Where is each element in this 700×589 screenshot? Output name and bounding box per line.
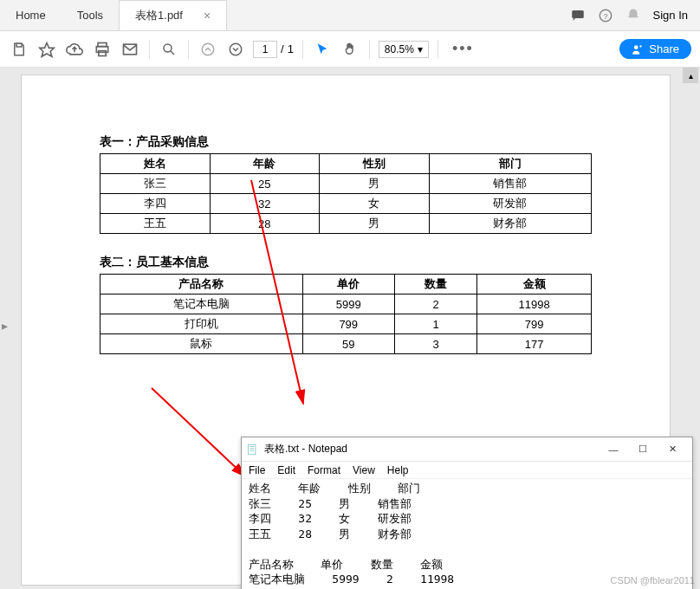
notepad-menubar: File Edit Format View Help <box>242 462 692 479</box>
sign-in-link[interactable]: Sign In <box>653 9 688 22</box>
table2: 产品名称 单价 数量 金额 笔记本电脑5999211998 打印机7991799… <box>100 274 592 354</box>
page-indicator: / 1 <box>253 41 294 58</box>
page-up-icon[interactable] <box>198 39 218 60</box>
comment-icon[interactable] <box>570 8 586 23</box>
watermark: CSDN @fblear2011 <box>611 575 695 586</box>
right-panel-icons: ▴ <box>681 68 700 83</box>
table-row: 打印机7991799 <box>100 314 592 334</box>
notepad-title: 表格.txt - Notepad <box>264 442 347 456</box>
table1-title: 表一：产品采购信息 <box>100 134 592 150</box>
table2-title: 表二：员工基本信息 <box>100 255 592 270</box>
tab-document[interactable]: 表格1.pdf × <box>119 0 227 30</box>
notepad-titlebar[interactable]: 表格.txt - Notepad — ☐ ✕ <box>242 437 692 462</box>
svg-point-9 <box>164 44 172 52</box>
tab-document-label: 表格1.pdf <box>135 8 183 23</box>
table-row: 笔记本电脑5999211998 <box>100 294 592 314</box>
print-icon[interactable] <box>92 39 113 60</box>
svg-point-12 <box>230 43 242 55</box>
search-icon[interactable] <box>159 39 179 60</box>
table-row: 张三25男销售部 <box>100 174 592 194</box>
notepad-textarea[interactable]: 姓名 年龄 性别 部门 张三 25 男 销售部 李四 32 女 研发部 王五 2… <box>242 479 692 589</box>
cloud-upload-icon[interactable] <box>64 39 85 60</box>
svg-rect-0 <box>572 10 584 18</box>
notepad-window: 表格.txt - Notepad — ☐ ✕ File Edit Format … <box>241 437 693 589</box>
page-sep: / <box>281 42 284 55</box>
star-icon[interactable] <box>36 39 57 60</box>
menu-file[interactable]: File <box>249 464 265 476</box>
page-current-input[interactable] <box>253 41 277 58</box>
chevron-down-icon: ▾ <box>418 43 423 55</box>
menu-help[interactable]: Help <box>387 464 409 476</box>
page-down-icon[interactable] <box>225 39 246 60</box>
svg-rect-3 <box>16 43 22 47</box>
share-label: Share <box>649 42 679 55</box>
document-viewport: ▸ ▴ 表一：产品采购信息 姓名 年龄 性别 部门 张三25男销售部 李四32女… <box>0 68 700 589</box>
minimize-icon[interactable]: — <box>599 440 628 459</box>
svg-point-13 <box>634 45 638 49</box>
menu-view[interactable]: View <box>353 464 375 476</box>
zoom-select[interactable]: 80.5% ▾ <box>379 41 429 58</box>
scroll-up-icon[interactable]: ▴ <box>683 68 698 83</box>
close-tab-icon[interactable]: × <box>204 9 211 23</box>
menu-edit[interactable]: Edit <box>277 464 295 476</box>
page-total: 1 <box>288 42 294 55</box>
tab-home[interactable]: Home <box>0 0 62 30</box>
svg-rect-17 <box>249 444 256 455</box>
cursor-icon[interactable] <box>312 39 333 60</box>
help-icon[interactable]: ? <box>598 8 613 23</box>
save-icon[interactable] <box>9 39 29 60</box>
tab-tools[interactable]: Tools <box>62 0 119 30</box>
svg-marker-4 <box>40 42 55 56</box>
table-row: 鼠标593177 <box>100 334 592 354</box>
table-row: 王五28男财务部 <box>100 214 592 234</box>
close-icon[interactable]: ✕ <box>658 440 687 459</box>
table1: 姓名 年龄 性别 部门 张三25男销售部 李四32女研发部 王五28男财务部 <box>100 153 592 234</box>
email-icon[interactable] <box>120 39 140 60</box>
share-button[interactable]: Share <box>619 39 691 59</box>
svg-point-14 <box>640 45 642 47</box>
svg-point-11 <box>202 43 214 55</box>
table-row: 产品名称 单价 数量 金额 <box>100 275 592 294</box>
bell-icon[interactable] <box>625 8 641 23</box>
zoom-value: 80.5% <box>385 43 414 55</box>
table-row: 李四32女研发部 <box>100 194 592 214</box>
more-icon[interactable]: ••• <box>447 40 479 58</box>
menu-format[interactable]: Format <box>308 464 340 476</box>
maximize-icon[interactable]: ☐ <box>628 440 658 459</box>
panel-toggle-icon[interactable]: ▸ <box>2 319 8 333</box>
toolbar: / 1 80.5% ▾ ••• Share <box>0 31 700 68</box>
table-row: 姓名 年龄 性别 部门 <box>100 154 592 174</box>
hand-icon[interactable] <box>340 39 360 60</box>
tab-bar: Home Tools 表格1.pdf × ? Sign In <box>0 0 700 31</box>
svg-line-10 <box>171 51 174 55</box>
svg-text:?: ? <box>603 10 608 20</box>
notepad-app-icon <box>247 443 259 456</box>
